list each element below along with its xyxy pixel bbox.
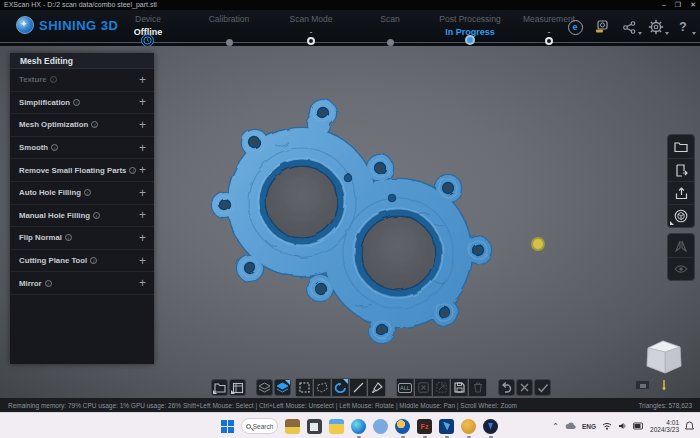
- info-icon: i: [50, 76, 57, 83]
- expand-icon[interactable]: +: [139, 141, 146, 155]
- share-icon: [622, 20, 637, 35]
- measurement-step-indicator[interactable]: [545, 37, 553, 45]
- expand-icon[interactable]: +: [139, 231, 146, 245]
- community-button[interactable]: e: [566, 18, 584, 36]
- post-processing-step-indicator[interactable]: [465, 35, 475, 45]
- mesh-display-shaded-button[interactable]: [274, 379, 291, 396]
- confirm-check-icon: [537, 383, 549, 393]
- deselect-all-button[interactable]: [415, 379, 432, 396]
- save-selection-button[interactable]: [451, 379, 468, 396]
- taskbar-app-teams[interactable]: [373, 419, 388, 434]
- taskbar-app-orange[interactable]: [461, 419, 476, 434]
- expand-icon[interactable]: +: [139, 276, 146, 290]
- scan-mode-step-indicator[interactable]: [307, 37, 315, 45]
- panel-item-texture[interactable]: Texture i +: [10, 69, 154, 92]
- expand-icon[interactable]: +: [139, 208, 146, 222]
- expand-icon[interactable]: +: [139, 118, 146, 132]
- help-button[interactable]: ?: [674, 18, 692, 36]
- panel-title: Mesh Editing: [10, 53, 154, 69]
- notification-bell-icon[interactable]: [685, 421, 694, 431]
- eye-icon: [674, 264, 688, 274]
- scan-step-indicator[interactable]: [387, 39, 394, 46]
- visibility-button[interactable]: [668, 257, 694, 280]
- reset-view-button[interactable]: [635, 380, 650, 390]
- select-all-button[interactable]: ALL: [397, 379, 414, 396]
- gear-icon: [648, 19, 664, 35]
- open-project-button[interactable]: [668, 135, 694, 158]
- polygon-select-button[interactable]: [314, 379, 331, 396]
- mouse-hint-text: Shift+Left Mouse: Select | Ctrl+Left Mou…: [150, 402, 550, 409]
- share-button[interactable]: [620, 18, 638, 36]
- expand-icon[interactable]: +: [139, 73, 146, 87]
- panel-item-flip-normal[interactable]: Flip Normal i +: [10, 227, 154, 250]
- taskbar-app-blue[interactable]: [439, 419, 454, 434]
- deviation-compare-button[interactable]: [668, 234, 694, 257]
- expand-icon[interactable]: +: [139, 95, 146, 109]
- import-data-button[interactable]: [211, 379, 228, 396]
- export-data-button[interactable]: [668, 158, 694, 181]
- line-icon: [353, 382, 364, 393]
- taskbar-app-sphere[interactable]: [395, 419, 410, 434]
- undo-button[interactable]: [498, 379, 515, 396]
- minimize-button[interactable]: –: [662, 0, 666, 10]
- battery-icon[interactable]: [633, 422, 644, 430]
- confirm-button[interactable]: [534, 379, 551, 396]
- calibration-step-indicator[interactable]: [226, 39, 233, 46]
- taskbar-app-navy[interactable]: [483, 419, 498, 434]
- taskbar-app-notepad[interactable]: [307, 419, 322, 434]
- floppy-disk-icon: [454, 382, 465, 393]
- expand-icon[interactable]: +: [139, 254, 146, 268]
- window-title: EXScan HX - D:/2 scan data/combo steel_p…: [4, 1, 157, 8]
- mesh-display-flat-button[interactable]: [256, 379, 273, 396]
- device-info-button[interactable]: [593, 18, 611, 36]
- taskbar-clock[interactable]: 4:01 2024/3/23: [650, 419, 679, 434]
- panel-item-smooth[interactable]: Smooth i +: [10, 137, 154, 160]
- close-button[interactable]: ✕: [690, 0, 696, 10]
- info-icon: i: [129, 167, 136, 174]
- upload-share-button[interactable]: [668, 181, 694, 204]
- 3d-viewport[interactable]: Mesh Editing Texture i + Simplification …: [0, 46, 700, 398]
- info-icon: i: [84, 189, 91, 196]
- polygon-select-icon: [316, 382, 328, 393]
- panel-item-mirror[interactable]: Mirror i +: [10, 272, 154, 295]
- panel-item-simplification[interactable]: Simplification i +: [10, 92, 154, 115]
- compare-icon: [674, 240, 688, 252]
- expand-icon[interactable]: +: [139, 186, 146, 200]
- brush-select-button[interactable]: [368, 379, 385, 396]
- cancel-button[interactable]: [516, 379, 533, 396]
- export-document-icon: [675, 164, 688, 177]
- panel-item-mesh-optimization[interactable]: Mesh Optimization i +: [10, 114, 154, 137]
- view-orientation-button[interactable]: [668, 204, 694, 227]
- info-icon: i: [65, 234, 72, 241]
- tray-expand-chevron[interactable]: ⌃: [552, 422, 559, 431]
- scanned-mesh-model[interactable]: [205, 95, 500, 350]
- info-icon: i: [91, 121, 98, 128]
- start-button[interactable]: [221, 420, 234, 433]
- taskbar-search[interactable]: Search: [241, 418, 278, 434]
- onedrive-icon[interactable]: [565, 422, 576, 430]
- taskbar-app-photos[interactable]: [285, 419, 300, 434]
- panel-item-auto-hole-filling[interactable]: Auto Hole Filling i +: [10, 182, 154, 205]
- line-select-button[interactable]: [350, 379, 367, 396]
- undo-icon: [501, 382, 513, 393]
- upload-icon: [675, 187, 688, 200]
- maximize-button[interactable]: ❐: [675, 0, 681, 10]
- lasso-select-button[interactable]: [332, 379, 349, 396]
- panel-item-manual-hole-filling[interactable]: Manual Hole Filling i +: [10, 205, 154, 228]
- layers-icon: [258, 382, 271, 394]
- taskbar-app-edge[interactable]: [351, 419, 366, 434]
- expand-icon[interactable]: +: [139, 163, 146, 177]
- panel-item-remove-small-floating-parts[interactable]: Remove Small Floating Parts i +: [10, 159, 154, 182]
- taskbar-app-filezilla[interactable]: Fz: [417, 419, 432, 434]
- rectangle-select-button[interactable]: [296, 379, 313, 396]
- invert-selection-button[interactable]: [433, 379, 450, 396]
- settings-button[interactable]: [647, 18, 665, 36]
- delete-selection-button[interactable]: [469, 379, 486, 396]
- taskbar-app-explorer[interactable]: [329, 419, 344, 434]
- volume-icon[interactable]: [618, 422, 627, 430]
- wifi-icon[interactable]: [602, 422, 612, 430]
- panel-item-cutting-plane-tool[interactable]: Cutting Plane Tool i +: [10, 250, 154, 273]
- language-indicator[interactable]: ENG: [582, 423, 596, 430]
- brush-icon: [371, 382, 383, 394]
- save-data-button[interactable]: [229, 379, 246, 396]
